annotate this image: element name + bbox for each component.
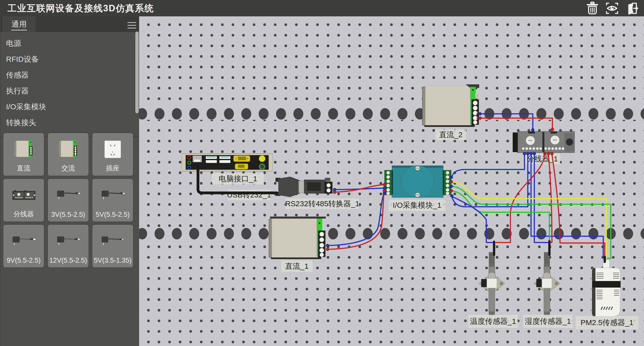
menu-item-io-module[interactable]: I/O采集模块 xyxy=(1,99,139,115)
label-dc1: 直流_1 xyxy=(281,261,312,272)
label-humid-sensor: 湿度传感器_1 xyxy=(523,315,573,328)
category-menu: 电源 RFID设备 传感器 执行器 I/O采集模块 转换接头 xyxy=(1,35,139,130)
label-pc-interface: 电脑接口_1 xyxy=(212,173,264,184)
device-rs232-485-converter[interactable] xyxy=(275,176,335,199)
menu-item-actuator[interactable]: 执行器 xyxy=(1,83,139,99)
palette-card-label: 12V(5.5-2.5) xyxy=(48,257,89,264)
peg-band xyxy=(139,228,644,240)
label-rs232-485: RS232转485转换器_1 xyxy=(286,198,359,209)
adapter-thumb xyxy=(101,235,125,247)
palette-card-3v[interactable]: 3V(5.5-2.5) xyxy=(48,179,89,222)
device-pc-interface[interactable] xyxy=(182,153,273,172)
palette-card-label: 插座 xyxy=(92,164,133,173)
palette-card-label: 5V(5.5-2.5) xyxy=(92,211,133,219)
menu-item-rfid[interactable]: RFID设备 xyxy=(1,51,139,67)
palette-card-label: 分线器 xyxy=(3,210,44,219)
splitter-thumb xyxy=(12,190,36,201)
device-wire-splitter[interactable] xyxy=(513,129,575,155)
topbar: 工业互联网设备及接线3D仿真系统 xyxy=(0,0,644,16)
device-pm25-sensor[interactable] xyxy=(589,256,623,318)
adapter-thumb xyxy=(56,189,80,201)
device-dc-power-2[interactable] xyxy=(421,84,479,129)
sidebar-tabstrip: 通用 xyxy=(1,16,139,32)
menu-item-power[interactable]: 电源 xyxy=(1,35,139,51)
palette-card-socket[interactable]: 插座 xyxy=(92,133,133,176)
view-eye-icon[interactable] xyxy=(604,1,620,15)
hamburger-menu-icon[interactable] xyxy=(128,22,136,29)
tab-general-label: 通用 xyxy=(12,19,27,29)
label-pm25-sensor: PM2.5传感器_1 xyxy=(576,316,638,329)
tab-underline xyxy=(11,30,27,30)
delete-trash-icon[interactable] xyxy=(585,1,600,15)
peg-band xyxy=(139,108,644,120)
menu-item-sensor[interactable]: 传感器 xyxy=(1,67,139,83)
palette-card-label: 直流 xyxy=(3,164,44,173)
menu-item-adapter[interactable]: 转换接头 xyxy=(1,115,139,130)
socket-thumb xyxy=(104,140,122,158)
adapter-thumb xyxy=(56,235,80,247)
device-io-module[interactable] xyxy=(384,164,451,199)
label-temp-sensor: 温度传感器_1 xyxy=(468,315,518,328)
palette-card-12v[interactable]: 12V(5.5-2.5) xyxy=(48,224,89,268)
tab-general[interactable]: 通用 xyxy=(2,16,36,32)
palette-card-dc[interactable]: 直流 xyxy=(3,133,44,176)
palette-card-5v[interactable]: 5V(5.5-2.5) xyxy=(92,179,133,222)
label-usb232: USB转232_1 xyxy=(228,190,270,200)
palette-card-label: 9V(5.5-2.5) xyxy=(3,257,44,264)
palette-card-splitter[interactable]: 分线器 xyxy=(3,179,44,222)
sidebar-scrollbar[interactable] xyxy=(135,31,139,113)
device-humidity-sensor[interactable] xyxy=(532,252,562,316)
dc-supply-thumb xyxy=(14,140,33,158)
palette-card-label: 交流 xyxy=(48,164,89,173)
palette-card-label: 5V(3.5-1.35) xyxy=(92,257,133,264)
device-temperature-sensor[interactable] xyxy=(477,252,507,316)
palette-card-label: 3V(5.5-2.5) xyxy=(48,211,89,219)
app-title: 工业互联网设备及接线3D仿真系统 xyxy=(8,0,154,16)
label-io-module: I/O采集模块_1 xyxy=(389,200,446,211)
palette-card-ac[interactable]: 交流 xyxy=(48,133,89,176)
label-splitter: 分线器_1 xyxy=(525,154,560,164)
adapter-thumb xyxy=(12,235,36,247)
ac-supply-thumb xyxy=(58,140,78,158)
palette-card-5v-small[interactable]: 5V(3.5-1.35) xyxy=(92,224,133,268)
exit-door-icon[interactable] xyxy=(624,1,639,15)
topbar-icons xyxy=(585,1,639,15)
sidebar: 通用 电源 RFID设备 传感器 执行器 I/O采集模块 转换接头 直流 xyxy=(0,16,139,346)
adapter-thumb xyxy=(101,189,125,201)
label-dc2: 直流_2 xyxy=(435,129,466,140)
device-palette: 直流 交流 插座 xyxy=(3,133,133,268)
palette-card-9v[interactable]: 9V(5.5-2.5) xyxy=(3,224,44,268)
device-dc-power-1[interactable] xyxy=(267,216,326,261)
